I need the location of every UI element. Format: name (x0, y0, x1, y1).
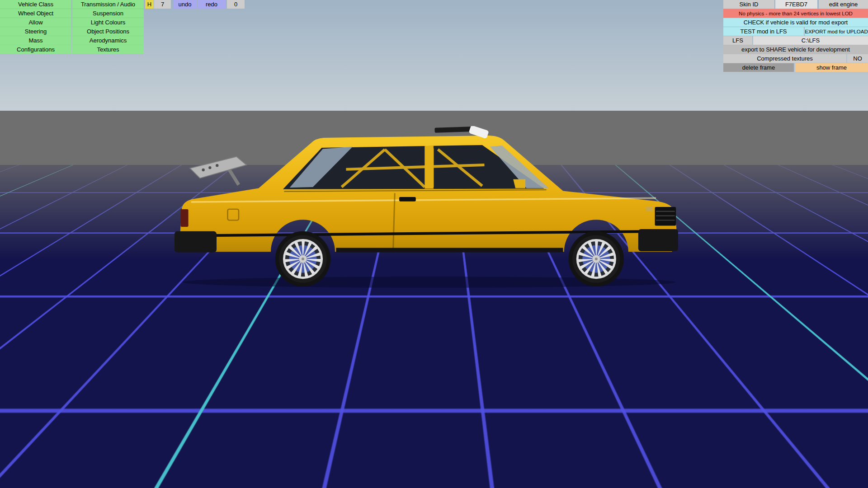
tab-steering[interactable]: Steering (439, 375, 494, 384)
wheel-colour-2-slider-g[interactable] (635, 407, 689, 412)
edit-mode-button[interactable]: Edit (723, 479, 758, 488)
slider-knob[interactable] (639, 400, 644, 404)
slider-knob[interactable] (387, 407, 392, 411)
viewport-3d[interactable] (0, 0, 868, 488)
cog-button[interactable]: COG (852, 407, 868, 415)
menu-vehicle-class[interactable]: Vehicle Class (0, 0, 71, 9)
slider-knob[interactable] (540, 400, 544, 404)
built-as-left-drive-button[interactable]: built as left drive (0, 461, 72, 470)
slider-knob[interactable] (265, 400, 270, 404)
locked-drive-side-button[interactable]: locked drive side (0, 470, 72, 479)
skin-file-input[interactable]: F7EBD7 (259, 450, 419, 458)
eye-button[interactable]: eye (853, 461, 868, 470)
wheel-colour-1-swatch[interactable]: 160160160 (452, 399, 507, 419)
menu-configurations[interactable]: Configurations (0, 45, 71, 54)
pick-option-dash-2[interactable]: - (832, 443, 868, 452)
body-colour-3-slider-g[interactable] (234, 432, 288, 437)
menu-textures[interactable]: Textures (72, 45, 144, 54)
menu-suspension[interactable]: Suspension (72, 9, 144, 18)
text-button[interactable]: text (834, 470, 852, 479)
colour-dup-button[interactable]: dup (0, 452, 17, 461)
show-frame-button[interactable]: show frame (795, 63, 868, 72)
wheel-colour-3-slider-g[interactable] (509, 432, 562, 437)
wheel-colour-3-swatch[interactable]: 101010 (452, 424, 507, 444)
slider-knob[interactable] (509, 432, 513, 436)
menu-allow[interactable]: Allow (0, 18, 71, 27)
pick-option-dash-1[interactable]: - (796, 443, 831, 452)
export-mod-button[interactable]: EXPORT mod for UPLOAD (805, 27, 868, 36)
lfs-path[interactable]: C:\LFS (753, 36, 868, 45)
grid-scale-1m-button[interactable]: 1m (819, 452, 831, 461)
blob-button[interactable]: blob (796, 470, 816, 479)
slider-knob[interactable] (639, 413, 644, 418)
save-button[interactable]: SAVE (118, 479, 144, 488)
colour-del-button[interactable]: del (17, 452, 34, 461)
blob-plus-button[interactable]: + (825, 470, 833, 479)
skin-id-value[interactable]: F7EBD7 (775, 0, 817, 9)
body-colour-1-swatch[interactable]: 16013010 (178, 399, 233, 419)
delete-frame-button[interactable]: delete frame (723, 63, 794, 72)
slider-knob[interactable] (540, 407, 544, 411)
edit-engine-button[interactable]: edit engine (819, 0, 868, 9)
colour-preview-bar[interactable] (23, 443, 58, 452)
slider-knob[interactable] (509, 425, 513, 429)
slider-knob[interactable] (363, 413, 367, 418)
tab-brakes[interactable]: Brakes (308, 375, 363, 384)
menu-aerodynamics[interactable]: Aerodynamics (72, 36, 144, 45)
setup-load-button[interactable]: load (35, 425, 53, 433)
undo-button[interactable]: undo (173, 0, 197, 9)
fuel-button[interactable]: fuel (832, 416, 868, 424)
tab-suspension[interactable]: Suspension (373, 375, 429, 384)
grid-scale-0-1m-button[interactable]: 0.1m (796, 452, 818, 461)
tab-downforce[interactable]: Downforce (635, 375, 690, 384)
body-colour-1-slider-g[interactable] (234, 407, 288, 412)
reload-textures-button[interactable]: reload textures (796, 479, 868, 488)
export-share-button[interactable]: export to SHARE vehicle for development (723, 45, 868, 54)
load-button[interactable]: LOAD (91, 479, 117, 488)
wheel-colour-2-slider-r[interactable] (635, 400, 689, 405)
slider-knob[interactable] (234, 438, 239, 443)
check-vehicle-button[interactable]: CHECK if vehicle is valid for mod export (723, 18, 868, 27)
text-plus-button[interactable]: + (861, 470, 868, 479)
slider-knob[interactable] (259, 407, 264, 411)
tab-final-drive[interactable]: Final Drive (504, 375, 559, 384)
wheel-colour-1-slider-r[interactable] (509, 400, 562, 405)
save-scm-button[interactable]: save scm (832, 425, 868, 433)
body-colour-2-slider-g[interactable] (363, 407, 416, 412)
menu-wheel-object[interactable]: Wheel Object (0, 9, 71, 18)
body-colour-1-slider-b[interactable] (234, 413, 288, 419)
wheel-colour-1-slider-b[interactable] (509, 413, 562, 419)
slider-knob[interactable] (265, 425, 270, 429)
wheel-colour-2-swatch[interactable]: 313131 (579, 399, 634, 419)
load-scm-button[interactable]: load scm (796, 425, 831, 433)
slider-knob[interactable] (639, 407, 644, 411)
pick-u-button[interactable]: u (842, 434, 849, 443)
body-colour-3-slider-b[interactable] (234, 438, 288, 444)
body-colour-2-slider-b[interactable] (363, 413, 416, 419)
default-setups-button[interactable]: default setups (0, 407, 72, 415)
driver-button[interactable]: driver (796, 416, 831, 424)
slider-knob[interactable] (234, 413, 239, 418)
tab-info[interactable]: Info (178, 375, 233, 384)
wheel-colour-3-slider-r[interactable] (509, 425, 562, 430)
menu-mass[interactable]: Mass (0, 36, 71, 45)
pick-P-button[interactable]: P (796, 434, 803, 443)
body-colour-2-swatch[interactable]: 16013010 (306, 399, 361, 419)
slider-knob[interactable] (540, 413, 544, 418)
colour-remove-button[interactable]: - (58, 443, 72, 452)
special-draw-button[interactable]: special draw (796, 407, 851, 415)
setup-del-button[interactable]: del (17, 425, 34, 433)
grid-scale-dash-button[interactable]: - (852, 452, 868, 461)
colour-save-button[interactable]: save (54, 452, 72, 461)
menu-steering[interactable]: Steering (0, 27, 71, 36)
object-button[interactable]: object (830, 461, 852, 470)
tab-colours[interactable]: Colours (243, 375, 298, 384)
history-h-button[interactable]: H (145, 0, 154, 9)
redo-button[interactable]: redo (198, 0, 226, 9)
origin-button[interactable]: origin (796, 461, 829, 470)
clear-skin-button[interactable]: X (427, 450, 440, 458)
slider-knob[interactable] (259, 432, 264, 436)
compressed-textures-toggle[interactable]: NO (847, 54, 868, 63)
colour-slot-button[interactable] (0, 443, 23, 452)
pick-dot-button[interactable]: ● (859, 434, 868, 443)
